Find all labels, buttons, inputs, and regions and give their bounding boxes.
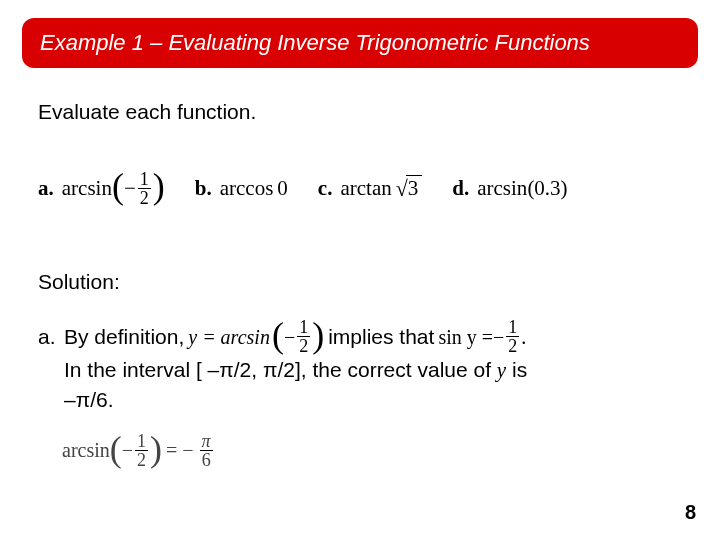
solution-line2: In the interval [ –π/2, π/2], the correc… xyxy=(64,355,680,385)
numerator-pi: π xyxy=(200,432,213,450)
solution-text3a: In the interval [ –π/2, π/2], the correc… xyxy=(64,358,497,381)
solution-line1: a. By definition, y = arcsin ( − 1 2 ) i… xyxy=(38,318,680,355)
equation1: y = arcsin ( − 1 2 ) xyxy=(188,318,324,355)
paren-close: ) xyxy=(312,317,324,353)
fraction: 1 2 xyxy=(135,432,148,469)
final-func: arcsin xyxy=(62,439,110,462)
solution-text1: By definition, xyxy=(64,322,184,352)
period: . xyxy=(521,322,526,352)
problem-b-arg: 0 xyxy=(277,176,288,201)
solution-text2: implies that xyxy=(328,322,434,352)
denominator: 6 xyxy=(200,450,213,469)
numerator: 1 xyxy=(297,318,310,336)
problem-c-arg: 3 xyxy=(406,175,423,201)
minus-sign: − xyxy=(493,322,504,352)
problem-b: b. arccos 0 xyxy=(195,176,288,201)
paren-open: ( xyxy=(272,317,284,353)
problem-d-label: d. xyxy=(452,176,469,201)
denominator: 2 xyxy=(135,450,148,469)
paren-open: ( xyxy=(110,431,122,467)
numerator: 1 xyxy=(506,318,519,336)
problem-c: c. arctan √3 xyxy=(318,175,422,201)
problem-d: d. arcsin (0.3) xyxy=(452,176,567,201)
denominator: 2 xyxy=(506,336,519,355)
variable-y: y xyxy=(497,358,506,382)
final-equation: arcsin ( − 1 2 ) = − π 6 xyxy=(62,432,215,469)
problem-a-label: a. xyxy=(38,176,54,201)
problem-b-label: b. xyxy=(195,176,212,201)
equation2: sin y = − 1 2 . xyxy=(438,318,526,355)
paren-open: ( xyxy=(112,168,124,204)
fraction: 1 2 xyxy=(506,318,519,355)
minus-sign: − xyxy=(124,176,136,201)
problem-d-arg: (0.3) xyxy=(527,176,567,201)
problem-d-func: arcsin xyxy=(477,176,527,201)
fraction-result: π 6 xyxy=(200,432,213,469)
instruction-text: Evaluate each function. xyxy=(38,100,256,124)
solution-text3b: is xyxy=(506,358,527,381)
denominator: 2 xyxy=(138,188,151,207)
fraction: 1 2 xyxy=(297,318,310,355)
page-number: 8 xyxy=(685,501,696,524)
problem-list: a. arcsin ( − 1 2 ) b. arccos 0 c. arcta… xyxy=(38,158,690,218)
paren-close: ) xyxy=(153,168,165,204)
eq1-lhs: y = arcsin xyxy=(188,322,270,352)
solution-line3: –π/6. xyxy=(64,385,680,415)
solution-body: a. By definition, y = arcsin ( − 1 2 ) i… xyxy=(38,318,680,415)
paren-close: ) xyxy=(150,431,162,467)
denominator: 2 xyxy=(297,336,310,355)
radical-sign: √3 xyxy=(396,175,423,201)
problem-a-func: arcsin xyxy=(62,176,112,201)
problem-c-label: c. xyxy=(318,176,333,201)
equals: = − xyxy=(166,439,194,462)
solution-heading: Solution: xyxy=(38,270,120,294)
minus-sign: − xyxy=(122,439,133,462)
problem-a: a. arcsin ( − 1 2 ) xyxy=(38,170,165,207)
numerator: 1 xyxy=(135,432,148,450)
numerator: 1 xyxy=(138,170,151,188)
solution-a-label: a. xyxy=(38,322,64,352)
fraction: 1 2 xyxy=(138,170,151,207)
problem-c-func: arctan xyxy=(340,176,391,201)
title-bar: Example 1 – Evaluating Inverse Trigonome… xyxy=(22,18,698,68)
eq2-lhs: sin y = xyxy=(438,322,493,352)
minus-sign: − xyxy=(284,322,295,352)
title-text: Example 1 – Evaluating Inverse Trigonome… xyxy=(40,30,590,56)
problem-b-func: arccos xyxy=(220,176,274,201)
